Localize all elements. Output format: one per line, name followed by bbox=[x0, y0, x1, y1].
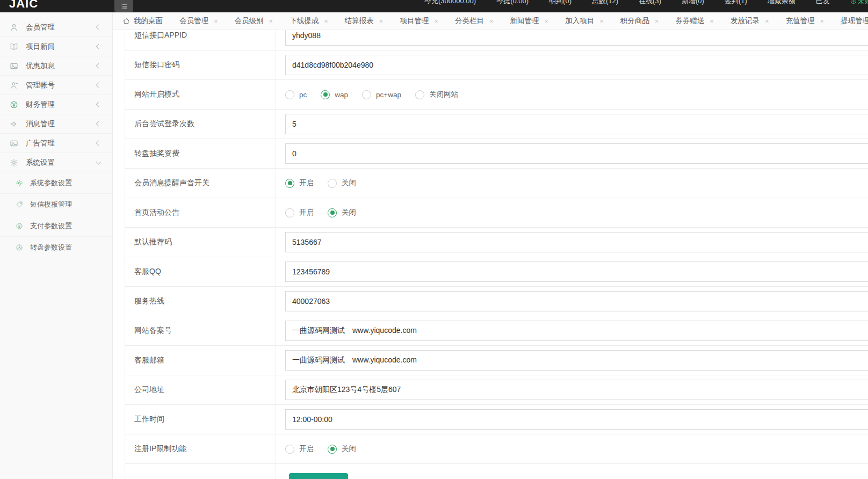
topbar-stat-label: 今充(300000.00) bbox=[424, 0, 476, 6]
topbar-stat-label: 已发 bbox=[816, 0, 830, 6]
plus-circle-icon bbox=[850, 0, 857, 4]
text-input[interactable] bbox=[285, 143, 868, 164]
topbar-stat[interactable]: 新增(0) bbox=[682, 0, 704, 6]
tab-label: 结算报表 bbox=[345, 16, 374, 26]
radio-option-label: wap bbox=[335, 91, 348, 99]
tab-close-icon[interactable]: × bbox=[655, 17, 659, 25]
tab-会员级别[interactable]: 会员级别× bbox=[235, 16, 273, 26]
tab-close-icon[interactable]: × bbox=[545, 17, 549, 25]
topbar-stat-pending-badge[interactable]: 未处理 bbox=[850, 0, 868, 6]
radio-option[interactable]: 开启 bbox=[285, 444, 314, 454]
radio-option[interactable]: 关闭网站 bbox=[415, 90, 458, 99]
tab-发放记录[interactable]: 发放记录× bbox=[730, 16, 769, 26]
radio-unselected-icon[interactable] bbox=[285, 208, 294, 217]
chevron-left-icon bbox=[96, 25, 102, 30]
tab-close-icon[interactable]: × bbox=[710, 17, 714, 25]
radio-option[interactable]: pc+wap bbox=[362, 90, 401, 99]
topbar-stat[interactable]: 今充(300000.00) bbox=[424, 0, 476, 6]
sidebar-subitem[interactable]: 转盘参数设置 bbox=[0, 237, 112, 258]
text-input[interactable] bbox=[285, 409, 868, 430]
tab-下线提成[interactable]: 下线提成× bbox=[290, 16, 328, 26]
topbar-stat[interactable]: 今提(0.00) bbox=[496, 0, 529, 6]
radio-option[interactable]: 开启 bbox=[285, 208, 314, 217]
tab-我的桌面[interactable]: 我的桌面 bbox=[122, 16, 163, 26]
topbar-stat-label: 今提(0.00) bbox=[496, 0, 529, 6]
topbar-stat[interactable]: 增减余额 bbox=[768, 0, 795, 6]
tab-close-icon[interactable]: × bbox=[820, 17, 824, 25]
text-input[interactable] bbox=[285, 262, 868, 282]
tab-结算报表[interactable]: 结算报表× bbox=[345, 16, 384, 26]
text-input[interactable] bbox=[285, 291, 868, 311]
text-input[interactable] bbox=[285, 30, 868, 46]
sidebar-item-label: 优惠加息 bbox=[26, 61, 55, 71]
radio-option[interactable]: 开启 bbox=[285, 178, 314, 188]
radio-option[interactable]: wap bbox=[321, 90, 348, 99]
field-label: 服务热线 bbox=[125, 287, 276, 316]
topbar-stat[interactable]: 在线(3) bbox=[639, 0, 661, 6]
sidebar-item-label: 广告管理 bbox=[26, 139, 55, 148]
text-input[interactable] bbox=[285, 232, 868, 252]
tab-close-icon[interactable]: × bbox=[765, 17, 769, 25]
sidebar-item[interactable]: 管理帐号 bbox=[0, 76, 112, 95]
text-input[interactable] bbox=[285, 350, 868, 371]
topbar-stat[interactable]: 明到(0) bbox=[549, 0, 572, 6]
sidebar-subitem[interactable]: 支付参数设置 bbox=[0, 215, 112, 237]
topbar-stat[interactable]: 总数(12) bbox=[592, 0, 618, 6]
text-input[interactable] bbox=[285, 114, 868, 134]
sidebar-item[interactable]: 消息管理 bbox=[0, 114, 112, 134]
form-row: 短信接口密码 bbox=[125, 50, 868, 80]
topbar-stat-label: 明到(0) bbox=[549, 0, 572, 6]
sidebar-subitem[interactable]: 系统参数设置 bbox=[0, 172, 112, 194]
tab-加入项目[interactable]: 加入项目× bbox=[565, 16, 604, 26]
form-row: 公司地址 bbox=[125, 375, 868, 405]
tab-close-icon[interactable]: × bbox=[434, 17, 438, 25]
radio-unselected-icon[interactable] bbox=[415, 90, 424, 99]
tab-会员管理[interactable]: 会员管理× bbox=[179, 16, 218, 26]
radio-unselected-icon[interactable] bbox=[362, 90, 371, 99]
tab-close-icon[interactable]: × bbox=[269, 17, 273, 25]
topbar-stat[interactable]: 已发 bbox=[816, 0, 830, 6]
sidebar-item[interactable]: 会员管理 bbox=[0, 18, 112, 37]
topbar-stat[interactable]: 签到(1) bbox=[725, 0, 747, 6]
radio-unselected-icon[interactable] bbox=[285, 445, 294, 454]
sidebar-item[interactable]: 财务管理 bbox=[0, 95, 112, 114]
radio-selected-icon[interactable] bbox=[321, 90, 330, 99]
radio-option[interactable]: 关闭 bbox=[328, 444, 356, 454]
radio-unselected-icon[interactable] bbox=[328, 179, 337, 188]
text-input[interactable] bbox=[285, 55, 868, 75]
chevron-left-icon bbox=[96, 141, 102, 146]
sidebar-item[interactable]: 优惠加息 bbox=[0, 56, 112, 76]
radio-unselected-icon[interactable] bbox=[285, 90, 294, 99]
submit-button[interactable] bbox=[289, 473, 348, 479]
text-input[interactable] bbox=[285, 321, 868, 341]
tab-新闻管理[interactable]: 新闻管理× bbox=[510, 16, 549, 26]
chevron-left-icon bbox=[96, 44, 102, 49]
field-value: pcwappc+wap关闭网站 bbox=[276, 80, 868, 109]
radio-selected-icon[interactable] bbox=[328, 445, 337, 454]
radio-option[interactable]: 关闭 bbox=[328, 208, 356, 217]
tab-close-icon[interactable]: × bbox=[214, 17, 218, 25]
tab-close-icon[interactable]: × bbox=[599, 17, 604, 25]
tab-close-icon[interactable]: × bbox=[489, 17, 494, 25]
radio-selected-icon[interactable] bbox=[285, 179, 294, 188]
radio-option[interactable]: 关闭 bbox=[328, 178, 356, 188]
form-row: 客服QQ bbox=[125, 257, 868, 287]
tab-label: 项目管理 bbox=[400, 16, 429, 26]
sidebar-subitem[interactable]: 短信模板管理 bbox=[0, 194, 112, 215]
sidebar-item[interactable]: 广告管理 bbox=[0, 134, 112, 153]
sidebar-toggle-button[interactable] bbox=[114, 0, 133, 12]
tab-券券赠送[interactable]: 券券赠送× bbox=[675, 16, 714, 26]
tab-分类栏目[interactable]: 分类栏目× bbox=[455, 16, 494, 26]
sidebar-item[interactable]: 系统设置 bbox=[0, 153, 112, 172]
radio-option[interactable]: pc bbox=[285, 90, 307, 99]
tab-提现管理[interactable]: 提现管理× bbox=[841, 16, 868, 26]
tab-积分商品[interactable]: 积分商品× bbox=[620, 16, 659, 26]
text-input[interactable] bbox=[285, 380, 868, 400]
tab-充值管理[interactable]: 充值管理× bbox=[786, 16, 824, 26]
tab-close-icon[interactable]: × bbox=[324, 17, 328, 25]
tab-项目管理[interactable]: 项目管理× bbox=[400, 16, 438, 26]
radio-selected-icon[interactable] bbox=[328, 208, 337, 217]
tab-close-icon[interactable]: × bbox=[379, 17, 384, 25]
sidebar-item[interactable]: 项目新闻 bbox=[0, 37, 112, 56]
field-label: 网站开启模式 bbox=[125, 80, 276, 109]
